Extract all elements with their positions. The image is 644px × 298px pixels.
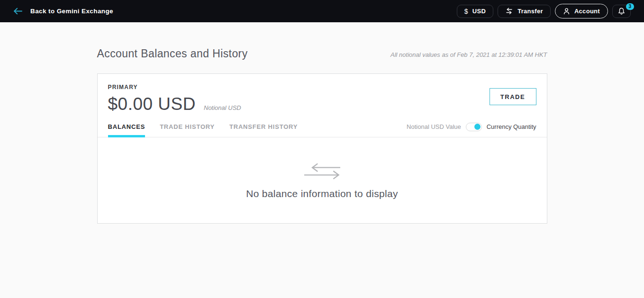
transfer-button[interactable]: Transfer [498, 5, 551, 18]
toggle-label-quantity: Currency Quantity [487, 123, 536, 130]
exchange-arrows-icon [303, 162, 341, 181]
main-content: Account Balances and History All notiona… [97, 22, 547, 224]
toggle-knob [474, 124, 481, 130]
notional-timestamp: All notional values as of Feb 7, 2021 at… [390, 51, 547, 60]
account-card-header: PRIMARY $0.00 USD Notional USD TRADE [98, 74, 547, 117]
account-button[interactable]: Account [555, 4, 608, 18]
display-mode-toggle-group: Notional USD Value Currency Quantity [407, 123, 536, 131]
transfer-arrows-icon [505, 8, 513, 15]
back-link[interactable]: Back to Gemini Exchange [13, 8, 113, 15]
empty-state-message: No balance information to display [246, 188, 398, 199]
dollar-icon: $ [464, 8, 468, 15]
currency-button[interactable]: $ USD [457, 5, 493, 18]
top-navbar: Back to Gemini Exchange $ USD Transfer [0, 0, 644, 22]
navbar-actions: $ USD Transfer Account [457, 4, 631, 18]
tab-transfer-history[interactable]: TRANSFER HISTORY [229, 117, 298, 137]
notification-badge: 3 [626, 3, 634, 10]
tab-trade-history[interactable]: TRADE HISTORY [160, 117, 215, 137]
toggle-label-notional: Notional USD Value [407, 123, 461, 130]
balance-row: $0.00 USD Notional USD [108, 94, 536, 114]
page-header: Account Balances and History All notiona… [97, 22, 547, 60]
account-label: Account [574, 8, 600, 15]
account-card: PRIMARY $0.00 USD Notional USD TRADE BAL… [97, 73, 547, 224]
balance-display-toggle[interactable] [466, 123, 482, 131]
notifications-button[interactable]: 3 [612, 5, 631, 18]
balance-note: Notional USD [204, 104, 241, 111]
balance-amount: $0.00 USD [108, 94, 196, 114]
tabs-bar: BALANCES TRADE HISTORY TRANSFER HISTORY … [98, 117, 547, 137]
back-arrow-icon [13, 8, 22, 15]
back-link-label: Back to Gemini Exchange [30, 8, 113, 15]
page-title: Account Balances and History [97, 47, 248, 60]
currency-label: USD [472, 8, 486, 15]
trade-button[interactable]: TRADE [490, 88, 536, 105]
person-icon [563, 8, 570, 15]
tab-balances[interactable]: BALANCES [108, 117, 145, 137]
transfer-label: Transfer [517, 8, 543, 15]
bell-icon [617, 7, 626, 15]
account-name-label: PRIMARY [108, 84, 536, 90]
empty-state: No balance information to display [98, 137, 547, 223]
